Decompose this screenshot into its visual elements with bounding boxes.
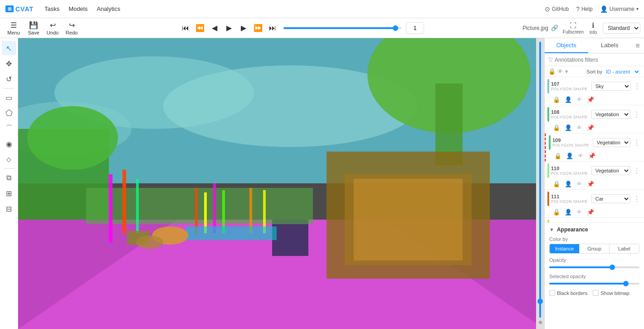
nav-analytics[interactable]: Analytics <box>93 5 124 12</box>
object-menu-btn-110[interactable]: ⋮ <box>632 166 641 176</box>
object-label-select-107[interactable]: Sky Vegetation Car Fence Traffic_sign <box>591 82 631 91</box>
merge-tool[interactable]: ⧉ <box>2 171 16 185</box>
appearance-title[interactable]: ▼ Appearance <box>549 226 639 233</box>
next-frame-button[interactable]: ▶ <box>237 22 250 34</box>
fullscreen-button[interactable]: ⛶ Fullscreen <box>563 21 584 34</box>
object-menu-btn-111[interactable]: ⋮ <box>632 194 641 204</box>
lock-ctrl-108[interactable]: 🔒 <box>553 124 560 131</box>
eye-ctrl-111[interactable]: 👁 <box>576 209 582 216</box>
show-bitmap-checkbox[interactable] <box>593 290 599 296</box>
object-menu-btn-107[interactable]: ⋮ <box>633 81 642 92</box>
color-bar-108 <box>547 107 549 122</box>
logo[interactable]: ⊞ CVAT <box>5 5 34 13</box>
zoom-reset-icon[interactable]: ⊕ <box>538 319 542 325</box>
frame-slider-container[interactable] <box>283 24 401 33</box>
view-mode-select[interactable]: Standard <box>603 23 640 34</box>
rotate-tool[interactable]: ↺ <box>2 72 16 86</box>
username-label: Username <box>610 6 634 12</box>
filename-text: Picture.jpg <box>522 25 548 31</box>
polyline-tool[interactable]: ⌒ <box>2 121 16 136</box>
object-label-select-110[interactable]: Vegetation <box>591 166 630 175</box>
person-ctrl-108[interactable]: 👤 <box>565 124 572 131</box>
show-bitmap-checkbox-label[interactable]: Show bitmap <box>593 290 629 296</box>
split-tool[interactable]: ⊟ <box>2 201 16 216</box>
color-by-group-button[interactable]: Group <box>579 244 609 253</box>
help-label: Help <box>581 6 593 12</box>
person-ctrl-111[interactable]: 👤 <box>565 209 572 216</box>
pin-ctrl-108[interactable]: 📌 <box>587 124 594 131</box>
nav-tasks[interactable]: Tasks <box>41 5 63 12</box>
object-info-108: 108 POLYGON SHAPE <box>551 109 588 119</box>
pin-ctrl-107[interactable]: 📌 <box>587 96 594 103</box>
object-info-111: 111 POLYGON SHAPE <box>551 194 588 204</box>
chevron-icon[interactable]: ▾ <box>565 68 568 75</box>
sort-select[interactable]: ID - ascent ID - descent <box>604 69 640 75</box>
object-label-select-108[interactable]: Sky Vegetation <box>591 110 630 119</box>
play-button[interactable]: ▶ <box>223 22 235 34</box>
selected-opacity-section: Selected opacity <box>549 274 639 287</box>
first-frame-button[interactable]: ⏮ <box>179 22 192 34</box>
link-icon[interactable]: 🔗 <box>551 25 558 31</box>
black-borders-checkbox[interactable] <box>549 290 555 296</box>
objects-tab[interactable]: Objects <box>545 38 588 53</box>
labels-tab[interactable]: Labels <box>588 38 632 53</box>
lock-ctrl-107[interactable]: 🔒 <box>553 96 560 103</box>
github-link[interactable]: ⊙ GitHub <box>545 5 569 13</box>
person-ctrl-110[interactable]: 👤 <box>565 181 572 187</box>
pin-ctrl-109[interactable]: 📌 <box>588 152 595 159</box>
group-tool[interactable]: ⊞ <box>2 186 16 201</box>
eye-ctrl-107[interactable]: 👁 <box>576 96 582 103</box>
prev-frame-button[interactable]: ◀ <box>208 22 221 34</box>
object-label-select-111[interactable]: Car <box>591 194 630 203</box>
redo-button[interactable]: ↪ Redo <box>63 20 81 37</box>
lock-ctrl-109[interactable]: 🔒 <box>554 152 561 159</box>
eye-ctrl-109[interactable]: 👁 <box>578 152 584 159</box>
polygon-tool[interactable]: ⬠ <box>2 106 16 120</box>
save-button[interactable]: 💾 Save <box>24 20 43 37</box>
canvas-area[interactable]: ⊕ <box>18 38 544 329</box>
cursor-tool[interactable]: ↖ <box>2 41 16 55</box>
info-button[interactable]: ℹ Info <box>586 21 600 35</box>
frame-number-input[interactable]: 1 <box>406 22 424 34</box>
color-by-label-button[interactable]: Label <box>609 244 639 253</box>
user-menu[interactable]: 👤 Username ▾ <box>600 5 639 13</box>
object-menu-btn-108[interactable]: ⋮ <box>632 109 641 120</box>
selected-opacity-slider-container[interactable] <box>549 280 639 287</box>
lock-icon[interactable]: 🔒 <box>548 68 556 75</box>
right-sidebar: Objects Labels ≡ ▽ 🔒 👁 ▾ Sort by ID - as… <box>544 38 644 329</box>
object-item-111: 111 POLYGON SHAPE Car ⋮ 🔒 👤 👁 📌 <box>545 190 644 218</box>
object-menu-btn-109[interactable]: ⋮ <box>632 137 641 148</box>
sidebar-tabs: Objects Labels ≡ <box>545 38 644 54</box>
last-frame-button[interactable]: ⏭ <box>266 22 279 34</box>
sidebar-menu-icon[interactable]: ≡ <box>631 38 644 53</box>
eye-ctrl-108[interactable]: 👁 <box>576 124 582 131</box>
help-link[interactable]: ? Help <box>576 5 592 13</box>
point-tool[interactable]: ◉ <box>2 137 16 151</box>
eye-icon[interactable]: 👁 <box>557 68 563 75</box>
sort-label: Sort by <box>586 69 602 74</box>
undo-button[interactable]: ↩ Undo <box>44 20 62 37</box>
opacity-slider-container[interactable] <box>549 264 639 271</box>
help-icon: ? <box>576 5 580 13</box>
nav-models[interactable]: Models <box>65 5 91 12</box>
rectangle-tool[interactable]: ▭ <box>2 90 16 105</box>
annotations-filter-input[interactable] <box>555 57 640 63</box>
prev-keyframe-button[interactable]: ⏪ <box>194 22 206 34</box>
person-ctrl-109[interactable]: 👤 <box>566 152 573 159</box>
object-id-109: 109 <box>552 137 589 143</box>
zoom-slider-track[interactable] <box>539 42 541 318</box>
person-ctrl-107[interactable]: 👤 <box>565 96 572 103</box>
lock-ctrl-110[interactable]: 🔒 <box>553 181 560 187</box>
pin-ctrl-111[interactable]: 📌 <box>587 209 594 216</box>
lock-ctrl-111[interactable]: 🔒 <box>553 209 560 216</box>
pin-ctrl-110[interactable]: 📌 <box>587 181 594 187</box>
color-by-instance-button[interactable]: Instance <box>550 244 579 253</box>
eye-ctrl-110[interactable]: 👁 <box>576 181 582 187</box>
zoom-slider-area[interactable]: ⊕ <box>536 38 544 329</box>
black-borders-checkbox-label[interactable]: Black borders <box>549 290 587 296</box>
next-keyframe-button[interactable]: ⏩ <box>252 22 264 34</box>
tag-tool[interactable]: ◇ <box>2 152 16 167</box>
object-label-select-109[interactable]: Vegetation <box>593 138 630 147</box>
move-tool[interactable]: ✥ <box>2 56 16 71</box>
menu-button[interactable]: ☰ Menu <box>4 20 24 37</box>
